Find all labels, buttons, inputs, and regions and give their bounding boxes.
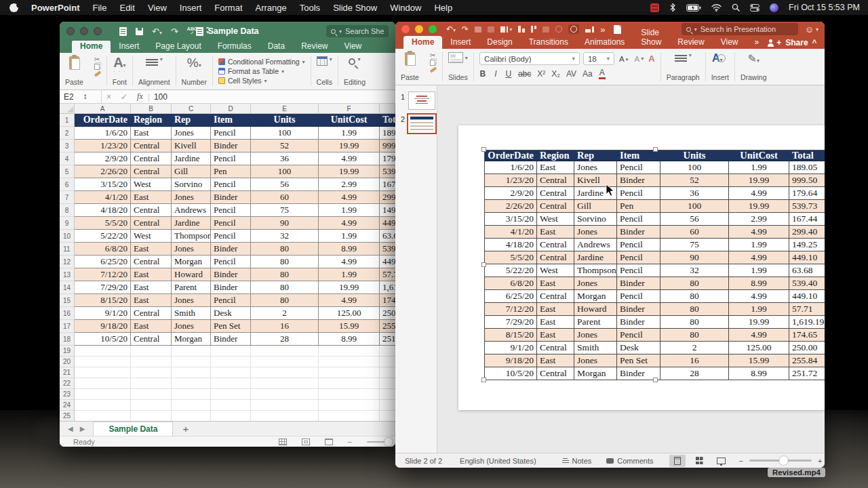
slide-table-cell[interactable]: 56 xyxy=(660,213,729,226)
cell[interactable]: Central xyxy=(131,140,172,152)
cell[interactable]: Pen Set xyxy=(211,320,251,333)
slide-table-cell[interactable]: 15.99 xyxy=(729,354,789,367)
slide-table-cell[interactable]: Rep xyxy=(574,150,617,161)
excel-number-group[interactable]: %▾ Number xyxy=(176,53,212,89)
slide-table-cell[interactable]: 19.99 xyxy=(729,316,789,329)
close-window-button[interactable] xyxy=(401,25,410,33)
slide-table-cell[interactable]: 75 xyxy=(660,239,729,251)
sheet-row-2[interactable]: 21/6/20EastJonesPencil1001.99189.05 xyxy=(60,127,395,140)
sheet-row-11[interactable]: 116/8/20EastJonesBinder808.99539.40 xyxy=(60,243,395,256)
cell[interactable]: 449.10 xyxy=(380,256,395,268)
cell[interactable]: 1.99 xyxy=(319,204,380,217)
cell[interactable]: 125.00 xyxy=(319,307,380,320)
menu-arrange[interactable]: Arrange xyxy=(256,3,287,13)
cell[interactable]: Thompson xyxy=(172,230,211,243)
sheet-row-19[interactable]: 19 xyxy=(60,346,395,357)
slide-table-cell[interactable]: Binder xyxy=(617,174,660,187)
slide-table-row[interactable]: 2/9/20CentralJardinePencil364.99179.64 xyxy=(484,187,825,200)
sheet-row-9[interactable]: 95/5/20CentralJardinePencil904.99449.10 xyxy=(60,217,395,230)
menu-bar-clock[interactable]: Fri Oct 15 5:53 PM xyxy=(789,3,860,12)
cell[interactable]: 63.68 xyxy=(380,230,395,243)
slide-table-cell[interactable]: 1.99 xyxy=(729,303,789,316)
tab-data[interactable]: Data xyxy=(260,40,293,53)
undo-icon[interactable]: ↶▾ xyxy=(446,24,456,34)
cell[interactable]: Jones xyxy=(172,243,211,256)
share-button[interactable]: + Share ^ xyxy=(767,38,825,49)
subscript-button[interactable]: X₂ xyxy=(551,69,560,79)
slide-table-cell[interactable]: 57.71 xyxy=(789,303,825,316)
cell[interactable] xyxy=(75,389,131,400)
menu-slide-show[interactable]: Slide Show xyxy=(333,3,377,13)
slide-table-cell[interactable]: 36 xyxy=(660,187,729,200)
cut-icon[interactable]: ✂ xyxy=(430,52,437,59)
cell[interactable] xyxy=(172,346,211,357)
cell[interactable]: Central xyxy=(131,333,172,346)
menu-window[interactable]: Window xyxy=(390,3,421,13)
slide-table-row[interactable]: 5/22/20WestThompsonPencil321.9963.68 xyxy=(484,264,825,277)
sheet-row-23[interactable]: 23 xyxy=(60,389,395,400)
arrange-icon[interactable] xyxy=(585,26,594,33)
slide-table-cell[interactable]: Pen xyxy=(617,200,660,213)
cell[interactable] xyxy=(75,378,131,389)
formula-bar-value[interactable]: 100 xyxy=(154,92,167,102)
cell[interactable] xyxy=(380,378,395,389)
change-case-button[interactable]: Aa xyxy=(583,69,593,79)
slide-table-cell[interactable]: 2.99 xyxy=(729,213,789,226)
excel-editing-group[interactable]: ▾ Editing xyxy=(338,53,371,89)
cell[interactable]: East xyxy=(131,268,172,281)
sheet-row-17[interactable]: 179/18/20EastJonesPen Set1615.99255.84 xyxy=(60,320,395,333)
cell[interactable]: East xyxy=(131,243,172,256)
confirm-entry-icon[interactable]: ✓ xyxy=(121,92,127,102)
cell[interactable]: UnitCost xyxy=(319,114,380,127)
sheet-row-20[interactable]: 20 xyxy=(60,357,395,367)
cell[interactable] xyxy=(251,389,319,400)
tab-slide-show[interactable]: Slide Show xyxy=(633,26,669,49)
cell[interactable]: 75 xyxy=(251,204,319,217)
cell[interactable] xyxy=(211,346,251,357)
cell[interactable]: Central xyxy=(131,217,172,230)
cell[interactable] xyxy=(172,411,211,421)
slide-table-row[interactable]: 4/18/20CentralAndrewsPencil751.99149.25 xyxy=(484,239,825,251)
slide-sorter-button[interactable] xyxy=(691,455,707,467)
slide-table-cell[interactable]: 4.99 xyxy=(729,226,789,239)
slide-table-cell[interactable]: Central xyxy=(537,342,574,354)
cell[interactable]: Jones xyxy=(172,127,211,140)
prev-sheet-icon[interactable]: ◀ xyxy=(68,425,73,432)
row-number[interactable]: 4 xyxy=(60,152,75,165)
menu-format[interactable]: Format xyxy=(214,3,242,13)
row-number[interactable]: 8 xyxy=(60,204,75,217)
cell[interactable]: 19.99 xyxy=(319,281,380,294)
slide-table-cell[interactable]: Binder xyxy=(617,316,660,329)
cell[interactable]: Desk xyxy=(211,307,251,320)
sheet-row-10[interactable]: 105/22/20WestThompsonPencil321.9963.68 xyxy=(60,230,395,243)
cell[interactable] xyxy=(75,400,131,411)
slide-table-cell[interactable]: Gill xyxy=(574,200,617,213)
slide-table-cell[interactable]: 16 xyxy=(660,354,729,367)
sheet-row-15[interactable]: 158/15/20EastJonesPencil804.99174.65 xyxy=(60,294,395,307)
cell[interactable]: Jones xyxy=(172,320,211,333)
cell[interactable] xyxy=(380,411,395,421)
cell[interactable]: 4.99 xyxy=(319,294,380,307)
slide-table-cell[interactable]: 9/1/20 xyxy=(484,342,537,354)
cell[interactable]: Pencil xyxy=(211,230,251,243)
slide-table-cell[interactable]: Morgan xyxy=(574,290,617,303)
slide-table-cell[interactable]: 189.05 xyxy=(789,161,825,174)
cell-styles-button[interactable]: Cell Styles▾ xyxy=(218,77,305,85)
cell[interactable]: 90 xyxy=(251,217,319,230)
row-number[interactable]: 2 xyxy=(60,127,75,140)
cell[interactable]: Pencil xyxy=(211,152,251,165)
tab-formulas[interactable]: Formulas xyxy=(210,40,260,53)
cell[interactable]: 100 xyxy=(251,165,319,178)
next-sheet-icon[interactable]: ▶ xyxy=(80,425,85,432)
cell[interactable]: Rep xyxy=(172,114,211,127)
cell[interactable]: 80 xyxy=(251,281,319,294)
cell[interactable]: 57.71 xyxy=(380,268,395,281)
tab-transitions[interactable]: Transitions xyxy=(521,36,576,49)
cell[interactable]: Binder xyxy=(211,333,251,346)
row-number[interactable]: 7 xyxy=(60,191,75,204)
slide-table-cell[interactable]: Pencil xyxy=(617,161,660,174)
slide-table-cell[interactable]: 10/5/20 xyxy=(484,367,537,380)
slide-1-thumbnail[interactable] xyxy=(408,92,435,110)
cell[interactable]: Pencil xyxy=(211,178,251,191)
cell[interactable] xyxy=(131,411,172,421)
